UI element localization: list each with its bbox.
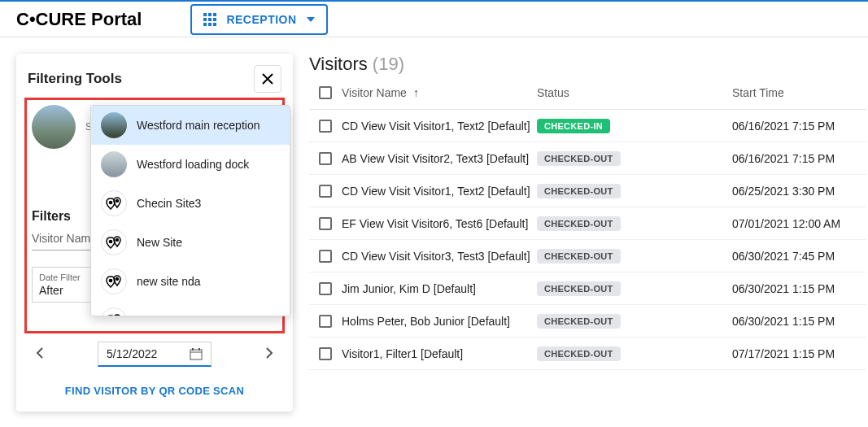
visitor-name-cell: CD View Visit Visitor1, Text2 [Default] <box>342 120 537 133</box>
mode-label: RECEPTION <box>226 13 296 26</box>
svg-point-11 <box>109 240 111 242</box>
search-date-value: 5/12/2022 <box>107 347 157 360</box>
chevron-down-icon <box>307 17 315 22</box>
map-pins-icon <box>101 268 127 294</box>
filter-panel-title: Filtering Tools <box>28 71 122 87</box>
start-time-cell: 06/30/2021 7:45 PM <box>732 250 866 263</box>
row-checkbox[interactable] <box>319 217 332 230</box>
checkin-site-label: New Site <box>137 236 182 249</box>
date-prev-button[interactable] <box>28 346 52 363</box>
visitors-title: Visitors (19) <box>309 54 866 75</box>
site-thumb-icon <box>101 151 127 177</box>
table-row[interactable]: CD View Visit Visitor1, Text2 [Default]C… <box>309 110 866 142</box>
svg-point-10 <box>116 200 119 203</box>
checkin-site-option[interactable]: test nda document <box>91 301 290 316</box>
start-time-cell: 07/17/2021 1:15 PM <box>732 347 866 360</box>
svg-point-9 <box>109 201 111 203</box>
svg-rect-6 <box>203 23 207 26</box>
select-all-checkbox[interactable] <box>319 86 332 99</box>
visitor-name-cell: Jim Junior, Kim D [Default] <box>342 282 537 295</box>
site-thumb-icon <box>101 112 127 138</box>
mode-dropdown[interactable]: RECEPTION <box>190 4 327 35</box>
svg-rect-20 <box>198 348 200 351</box>
row-checkbox[interactable] <box>319 120 332 133</box>
status-badge: CHECKED-OUT <box>537 216 621 231</box>
map-pins-icon <box>101 190 127 216</box>
col-header-status[interactable]: Status <box>537 86 732 99</box>
visitor-name-cell: Holms Peter, Bob Junior [Default] <box>342 315 537 328</box>
visitor-name-filter[interactable]: Visitor Name <box>32 232 95 251</box>
table-row[interactable]: EF View Visit Visitor6, Test6 [Default]C… <box>309 207 866 240</box>
start-time-cell: 06/16/2021 7:15 PM <box>732 152 866 165</box>
svg-rect-1 <box>208 13 212 16</box>
svg-rect-5 <box>213 18 216 21</box>
svg-point-13 <box>109 279 111 281</box>
row-checkbox[interactable] <box>319 185 332 198</box>
status-badge: CHECKED-OUT <box>537 184 621 198</box>
row-checkbox[interactable] <box>319 315 332 328</box>
visitor-name-cell: AB View Visit Visitor2, Text3 [Default] <box>342 152 537 165</box>
apps-grid-icon <box>203 13 216 26</box>
svg-rect-19 <box>192 348 194 351</box>
table-row[interactable]: AB View Visit Visitor2, Text3 [Default]C… <box>309 142 866 175</box>
table-row[interactable]: Jim Junior, Kim D [Default]CHECKED-OUT06… <box>309 272 866 305</box>
svg-rect-7 <box>208 23 212 26</box>
date-filter-type[interactable]: Date Filter After <box>32 267 95 303</box>
map-pins-icon <box>101 229 127 255</box>
svg-rect-0 <box>203 13 207 16</box>
checkin-site-label: new site nda <box>137 275 201 288</box>
find-by-qr-link[interactable]: FIND VISITOR BY QR CODE SCAN <box>28 385 281 397</box>
row-checkbox[interactable] <box>319 347 332 360</box>
row-checkbox[interactable] <box>319 282 332 295</box>
chevron-right-icon <box>265 347 273 359</box>
checkin-site-label: Checin Site3 <box>137 197 201 210</box>
map-pins-icon <box>101 307 127 316</box>
visitors-count: (19) <box>373 54 404 74</box>
status-badge: CHECKED-IN <box>537 119 610 133</box>
visitors-table-header: Visitor Name ↑ Status Start Time <box>309 75 866 110</box>
svg-rect-17 <box>190 350 202 359</box>
checkin-site-label: Westford loading dock <box>137 158 249 171</box>
table-row[interactable]: CD View Visit Visitor3, Test3 [Default]C… <box>309 240 866 272</box>
svg-point-14 <box>116 278 119 281</box>
table-row[interactable]: Holms Peter, Bob Junior [Default]CHECKED… <box>309 305 866 338</box>
col-header-name[interactable]: Visitor Name <box>342 86 407 99</box>
checkin-site-dropdown[interactable]: Westford main receptionWestford loading … <box>90 105 290 316</box>
checkin-site-label: Westford main reception <box>137 119 260 132</box>
svg-rect-3 <box>203 18 207 21</box>
sort-asc-icon[interactable]: ↑ <box>413 86 419 99</box>
svg-rect-8 <box>213 23 216 26</box>
start-time-cell: 06/25/2021 3:30 PM <box>732 185 866 198</box>
start-time-cell: 06/30/2021 1:15 PM <box>732 282 866 295</box>
site-avatar <box>32 105 76 149</box>
date-filter-value: After <box>39 284 88 297</box>
app-title: C•CURE Portal <box>16 9 142 30</box>
date-next-button[interactable] <box>257 346 281 363</box>
row-checkbox[interactable] <box>319 250 332 263</box>
visitors-section: Visitors (19) Visitor Name ↑ Status Star… <box>309 54 868 370</box>
checkin-site-option[interactable]: Westford main reception <box>91 106 290 145</box>
site-picker-area: Select a checkin site Filters Visitor Na… <box>24 98 285 333</box>
visitor-name-cell: EF View Visit Visitor6, Test6 [Default] <box>342 217 537 230</box>
checkin-site-option[interactable]: Westford loading dock <box>91 145 290 184</box>
status-badge: CHECKED-OUT <box>537 281 621 296</box>
close-button[interactable] <box>254 65 281 93</box>
table-row[interactable]: CD View Visit Visitor1, Text2 [Default]C… <box>309 175 866 207</box>
start-time-cell: 07/01/2021 12:00 AM <box>732 217 866 230</box>
status-badge: CHECKED-OUT <box>537 346 621 361</box>
date-filter-label: Date Filter <box>39 272 88 282</box>
start-time-cell: 06/16/2021 7:15 PM <box>732 120 866 133</box>
checkin-site-option[interactable]: new site nda <box>91 262 290 301</box>
checkin-site-option[interactable]: New Site <box>91 223 290 262</box>
col-header-time[interactable]: Start Time <box>732 86 866 99</box>
row-checkbox[interactable] <box>319 152 332 165</box>
chevron-left-icon <box>36 347 44 359</box>
checkin-site-option[interactable]: Checin Site3 <box>91 184 290 223</box>
checkin-site-label: test nda document <box>137 314 230 316</box>
table-row[interactable]: Visitor1, Filter1 [Default]CHECKED-OUT07… <box>309 338 866 370</box>
visitor-name-cell: Visitor1, Filter1 [Default] <box>342 347 537 360</box>
status-badge: CHECKED-OUT <box>537 249 621 264</box>
search-date-input[interactable]: 5/12/2022 <box>98 342 212 367</box>
status-badge: CHECKED-OUT <box>537 151 621 166</box>
status-badge: CHECKED-OUT <box>537 314 621 329</box>
